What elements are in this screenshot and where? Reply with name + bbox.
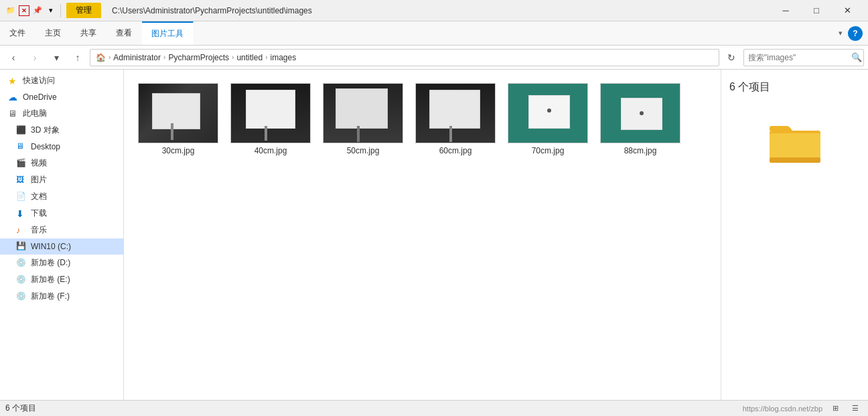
path-images: images — [270, 53, 296, 62]
status-item-count: 6 个项目 — [5, 403, 36, 414]
dropdown-button[interactable]: ▾ — [47, 48, 66, 67]
desktop-icon: 🖥 — [16, 141, 27, 152]
thumb-img-70cm — [508, 83, 587, 143]
title-path: C:\Users\Administrator\PycharmProjects\u… — [105, 6, 766, 15]
tab-view[interactable]: 查看 — [106, 21, 142, 45]
sidebar-item-onedrive[interactable]: ☁ OneDrive — [0, 89, 123, 105]
sidebar-item-video[interactable]: 🎬 视频 — [0, 155, 123, 171]
status-bar: 6 个项目 https://blog.csdn.net/zbp ⊞ ☰ — [0, 400, 868, 416]
management-tab[interactable]: 管理 — [66, 3, 101, 18]
refresh-button[interactable]: ↻ — [722, 48, 741, 67]
maximize-button[interactable]: □ — [801, 0, 832, 21]
view-list-button[interactable]: ☰ — [848, 403, 863, 415]
sidebar: ★ 快速访问 ☁ OneDrive 🖥 此电脑 ⬛ 3D 对象 🖥 Deskto… — [0, 70, 124, 400]
path-pycharmprojects: PycharmProjects — [168, 53, 229, 62]
sidebar-item-pictures[interactable]: 🖼 图片 — [0, 171, 123, 188]
music-icon: ♪ — [16, 225, 27, 236]
file-item-88cm[interactable]: 88cm.jpg — [597, 78, 684, 161]
tab-picture-tools[interactable]: 图片工具 — [142, 21, 194, 45]
file-name-30cm: 30cm.jpg — [162, 146, 195, 155]
pc-icon: 🖥 — [8, 109, 19, 119]
forward-button[interactable]: › — [25, 48, 44, 67]
star-icon: ★ — [8, 76, 19, 86]
path-administrator: Administrator — [113, 53, 161, 62]
minimize-button[interactable]: ─ — [770, 0, 801, 21]
window-controls: ─ □ ✕ — [770, 0, 863, 21]
file-item-30cm[interactable]: 30cm.jpg — [135, 78, 222, 161]
address-path[interactable]: 🏠 › Administrator › PycharmProjects › un… — [90, 49, 719, 66]
path-sep-3: › — [232, 54, 234, 61]
search-icon[interactable]: 🔍 — [851, 52, 862, 62]
sidebar-label-documents: 文档 — [31, 191, 47, 202]
up-button[interactable]: ↑ — [68, 48, 87, 67]
path-sep-1: › — [108, 54, 111, 61]
thumbnail-40cm — [230, 83, 311, 143]
sidebar-label-downloads: 下载 — [31, 208, 47, 219]
folder-icon — [768, 119, 822, 165]
arrow-icon: ▾ — [46, 5, 56, 16]
file-name-50cm: 50cm.jpg — [347, 146, 380, 155]
right-panel: 6 个项目 — [721, 70, 868, 400]
main-container: ★ 快速访问 ☁ OneDrive 🖥 此电脑 ⬛ 3D 对象 🖥 Deskto… — [0, 70, 868, 400]
ribbon: 文件 主页 共享 查看 图片工具 ▾ ? — [0, 21, 868, 46]
thumb-img-50cm — [323, 83, 403, 143]
sidebar-item-music[interactable]: ♪ 音乐 — [0, 222, 123, 238]
sidebar-item-win10-c[interactable]: 💾 WIN10 (C:) — [0, 238, 123, 255]
3d-icon: ⬛ — [16, 125, 27, 136]
tab-file[interactable]: 文件 — [0, 21, 35, 45]
image-icon: 🖼 — [16, 175, 27, 186]
sidebar-label-3d-objects: 3D 对象 — [31, 125, 60, 136]
thumbnail-50cm — [323, 83, 403, 143]
file-item-50cm[interactable]: 50cm.jpg — [319, 78, 407, 161]
doc-icon: 📄 — [16, 192, 27, 202]
sidebar-item-new-vol-d[interactable]: 💿 新加卷 (D:) — [0, 255, 123, 271]
sidebar-item-3d-objects[interactable]: ⬛ 3D 对象 — [0, 122, 123, 139]
file-item-40cm[interactable]: 40cm.jpg — [227, 78, 314, 161]
file-name-88cm: 88cm.jpg — [624, 146, 657, 155]
sidebar-label-new-vol-e: 新加卷 (E:) — [31, 274, 70, 285]
thumbnail-70cm — [508, 83, 588, 143]
ribbon-right: ▾ ? — [836, 21, 868, 45]
search-box[interactable]: 🔍 — [743, 49, 864, 66]
sidebar-label-onedrive: OneDrive — [23, 92, 57, 102]
ribbon-expand-icon[interactable]: ▾ — [836, 26, 845, 40]
drive-f-icon: 💿 — [16, 291, 27, 302]
folder-icon-container — [768, 119, 822, 167]
tab-home[interactable]: 主页 — [35, 21, 71, 45]
sidebar-item-new-vol-e[interactable]: 💿 新加卷 (E:) — [0, 271, 123, 288]
path-untitled: untitled — [236, 53, 263, 62]
thumbnail-60cm — [415, 83, 496, 143]
sidebar-item-this-pc[interactable]: 🖥 此电脑 — [0, 105, 123, 122]
file-grid: 30cm.jpg 40cm.jpg 50cm.jpg — [135, 78, 710, 161]
status-url: https://blog.csdn.net/zbp — [743, 405, 822, 413]
file-item-70cm[interactable]: 70cm.jpg — [504, 78, 591, 161]
sidebar-label-this-pc: 此电脑 — [23, 108, 47, 119]
sidebar-item-documents[interactable]: 📄 文档 — [0, 188, 123, 205]
thumb-img-88cm — [601, 83, 680, 143]
back-button[interactable]: ‹ — [4, 48, 23, 67]
sidebar-label-pictures: 图片 — [31, 174, 47, 186]
sidebar-item-new-vol-f[interactable]: 💿 新加卷 (F:) — [0, 288, 123, 305]
thumbnail-88cm — [600, 83, 680, 143]
sidebar-label-new-vol-f: 新加卷 (F:) — [31, 291, 70, 302]
content-area: 30cm.jpg 40cm.jpg 50cm.jpg — [124, 70, 721, 400]
sidebar-item-desktop[interactable]: 🖥 Desktop — [0, 139, 123, 155]
sidebar-label-quick-access: 快速访问 — [23, 75, 55, 86]
title-bar-icons: 📁 ✕ 📌 ▾ — [5, 4, 62, 17]
item-count-label: 6 个项目 — [729, 80, 770, 94]
drive-c-icon: 💾 — [16, 241, 27, 252]
close-button[interactable]: ✕ — [832, 0, 863, 21]
video-icon: 🎬 — [16, 158, 27, 169]
view-grid-button[interactable]: ⊞ — [828, 403, 843, 415]
thumb-img-40cm — [231, 83, 310, 143]
thumb-88-dot — [640, 111, 644, 115]
cloud-icon: ☁ — [8, 92, 19, 102]
tab-share[interactable]: 共享 — [71, 21, 106, 45]
sidebar-label-new-vol-d: 新加卷 (D:) — [31, 257, 70, 269]
sidebar-item-quick-access[interactable]: ★ 快速访问 — [0, 72, 123, 89]
sidebar-item-downloads[interactable]: ⬇ 下载 — [0, 205, 123, 222]
help-button[interactable]: ? — [848, 26, 863, 41]
search-input[interactable] — [748, 53, 849, 62]
file-name-60cm: 60cm.jpg — [439, 146, 472, 155]
file-item-60cm[interactable]: 60cm.jpg — [412, 78, 499, 161]
